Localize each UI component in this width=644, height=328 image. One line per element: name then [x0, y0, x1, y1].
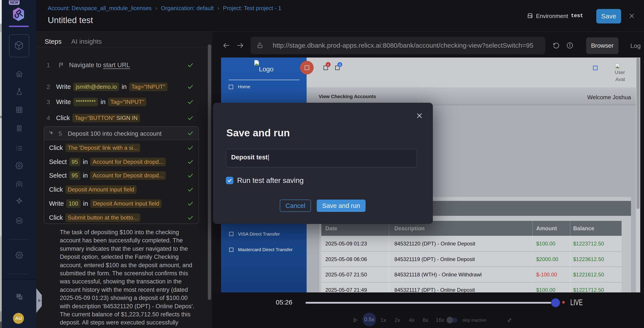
svg-text:?: ?	[18, 294, 19, 298]
